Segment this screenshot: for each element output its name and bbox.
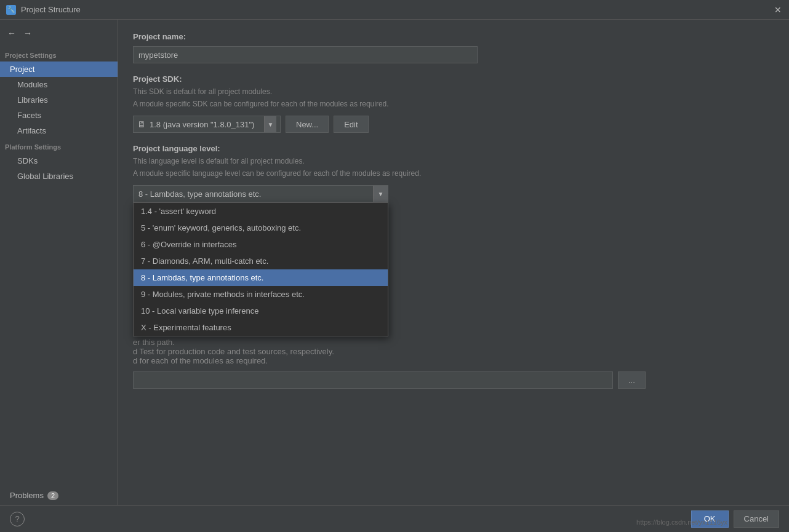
dropdown-item-7[interactable]: 7 - Diamonds, ARM, multi-catch etc. bbox=[134, 253, 388, 269]
sidebar-item-libraries[interactable]: Libraries bbox=[0, 92, 118, 108]
title-bar: 🔧 Project Structure ✕ bbox=[0, 0, 789, 20]
dropdown-item-10[interactable]: 10 - Local variable type inference bbox=[134, 303, 388, 319]
partial-text1: er this path. bbox=[133, 338, 774, 347]
dropdown-item-9[interactable]: 9 - Modules, private methods in interfac… bbox=[134, 286, 388, 303]
lang-dropdown-text: 8 - Lambdas, type annotations etc. bbox=[134, 189, 373, 199]
language-level-label: Project language level: bbox=[133, 144, 774, 153]
forward-button[interactable]: → bbox=[21, 27, 34, 39]
back-button[interactable]: ← bbox=[5, 27, 18, 39]
dropdown-item-8[interactable]: 8 - Lambdas, type annotations etc. bbox=[134, 269, 388, 286]
partial-text3: d for each of the modules as required. bbox=[133, 356, 774, 365]
dropdown-item-6[interactable]: 6 - @Override in interfaces bbox=[134, 236, 388, 253]
problems-badge: 2 bbox=[47, 491, 58, 500]
sidebar-item-artifacts[interactable]: Artifacts bbox=[0, 123, 118, 138]
path-input[interactable] bbox=[133, 371, 613, 389]
close-button[interactable]: ✕ bbox=[773, 5, 783, 15]
url-watermark: https://blog.csdn.net/yx1116yx bbox=[636, 518, 727, 526]
project-name-label: Project name: bbox=[133, 32, 774, 41]
project-structure-dialog: 🔧 Project Structure ✕ ← → Project Settin… bbox=[0, 0, 789, 532]
ellipsis-button[interactable]: ... bbox=[618, 371, 646, 389]
project-structure-icon: 🔧 bbox=[6, 5, 16, 15]
dropdown-list: 1.4 - 'assert' keyword 5 - 'enum' keywor… bbox=[133, 202, 388, 336]
platform-settings-header: Platform Settings bbox=[0, 141, 118, 153]
dropdown-item-x[interactable]: X - Experimental features bbox=[134, 319, 388, 336]
partial-content: er this path. d Test for production code… bbox=[133, 338, 774, 389]
sdk-desc1: This SDK is default for all project modu… bbox=[133, 86, 774, 97]
sidebar-item-global-libraries[interactable]: Global Libraries bbox=[0, 169, 118, 184]
cancel-button[interactable]: Cancel bbox=[734, 510, 779, 528]
edit-button[interactable]: Edit bbox=[334, 116, 368, 133]
problems-label: Problems bbox=[10, 491, 44, 500]
lang-desc2: A module specific language level can be … bbox=[133, 168, 774, 179]
bottom-left: ? bbox=[10, 512, 25, 526]
language-level-container: 8 - Lambdas, type annotations etc. ▼ 1.4… bbox=[133, 185, 774, 202]
lang-desc1: This language level is default for all p… bbox=[133, 156, 774, 167]
dialog-title: Project Structure bbox=[21, 5, 81, 14]
main-content: Project name: Project SDK: This SDK is d… bbox=[118, 20, 789, 505]
nav-buttons: ← → bbox=[0, 25, 118, 42]
dropdown-item-1.4[interactable]: 1.4 - 'assert' keyword bbox=[134, 203, 388, 220]
title-bar-left: 🔧 Project Structure bbox=[6, 5, 81, 15]
project-sdk-label: Project SDK: bbox=[133, 74, 774, 84]
lang-dropdown-arrow[interactable]: ▼ bbox=[373, 186, 388, 202]
path-row: ... bbox=[133, 371, 774, 389]
sidebar-item-sdks[interactable]: SDKs bbox=[0, 153, 118, 169]
project-name-input[interactable] bbox=[133, 46, 478, 63]
sdk-dropdown-arrow[interactable]: ▼ bbox=[264, 116, 276, 132]
sdk-dropdown[interactable]: 🖥 1.8 (java version "1.8.0_131") ▼ bbox=[133, 116, 281, 133]
help-button[interactable]: ? bbox=[10, 512, 25, 526]
sidebar-item-facets[interactable]: Facets bbox=[0, 108, 118, 123]
sdk-desc2: A module specific SDK can be configured … bbox=[133, 98, 774, 109]
problems-section[interactable]: Problems 2 bbox=[0, 486, 118, 505]
new-button[interactable]: New... bbox=[286, 116, 329, 133]
dropdown-item-5[interactable]: 5 - 'enum' keyword, generics, autoboxing… bbox=[134, 220, 388, 236]
language-level-dropdown[interactable]: 8 - Lambdas, type annotations etc. ▼ bbox=[133, 185, 388, 202]
project-settings-header: Project Settings bbox=[0, 49, 118, 62]
sdk-value: 1.8 (java version "1.8.0_131") bbox=[150, 120, 260, 129]
sidebar: ← → Project Settings Project Modules Lib… bbox=[0, 20, 118, 505]
java-icon: 🖥 bbox=[137, 119, 146, 129]
sidebar-item-project[interactable]: Project bbox=[0, 62, 118, 77]
partial-text2: d Test for production code and test sour… bbox=[133, 347, 774, 356]
sdk-row: 🖥 1.8 (java version "1.8.0_131") ▼ New..… bbox=[133, 116, 774, 133]
sidebar-item-modules[interactable]: Modules bbox=[0, 77, 118, 92]
content-area: ← → Project Settings Project Modules Lib… bbox=[0, 20, 789, 505]
